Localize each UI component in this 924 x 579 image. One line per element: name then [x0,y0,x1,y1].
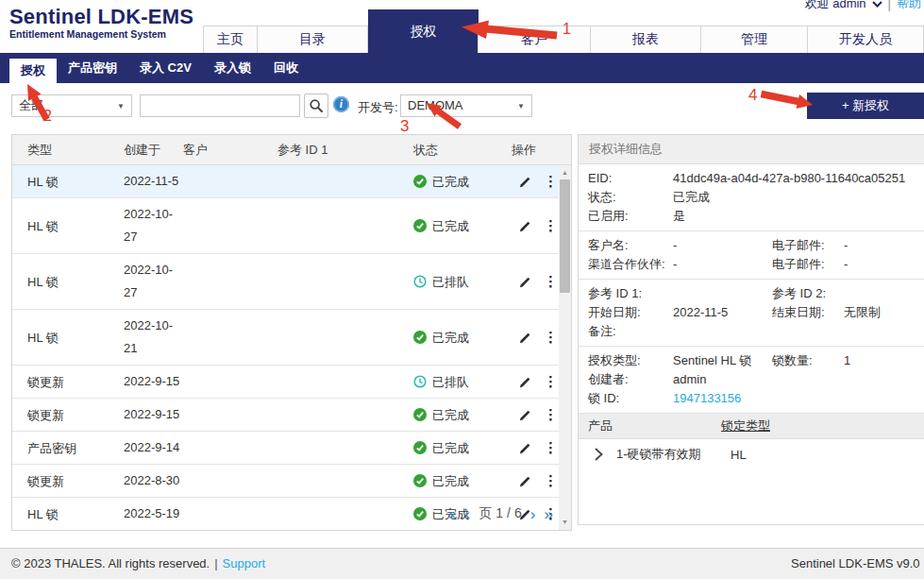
table-row[interactable]: 锁更新 2022-9-15 已排队 ⋮ [12,366,559,399]
lock-type-column-header[interactable]: 锁定类型 [721,414,770,438]
table-row[interactable]: HL 锁 2022-11-5 已完成 ⋮ [12,165,559,198]
row-menu-icon[interactable]: ⋮ [544,474,558,487]
category-filter-select[interactable]: 全部 ▼ [11,94,132,117]
tab-administration[interactable]: 管理 [700,26,808,53]
search-button[interactable] [304,94,328,118]
tab-developers[interactable]: 开发人员 [807,26,924,53]
column-header-ref-id[interactable]: 参考 ID 1 [277,135,398,165]
product-row[interactable]: 1-硬锁带有效期 HL [579,439,924,469]
subnav-item-entitlements[interactable]: 授权 [9,59,57,83]
entitlement-type-value: Sentinel HL 锁 [673,351,772,370]
scrollbar-thumb[interactable] [560,179,570,293]
table-row[interactable]: HL 锁 2022-10-27 已完成 ⋮ [12,198,559,254]
row-menu-icon[interactable]: ⋮ [544,219,558,232]
logo-title: Sentinel LDK-EMS [9,6,193,28]
subnav-item-product-keys[interactable]: 产品密钥 [57,53,128,83]
end-date-label: 结束日期: [772,303,844,322]
tab-reports[interactable]: 报表 [590,26,701,53]
products-table-header: 产品 锁定类型 [579,414,924,439]
expand-chevron-icon[interactable] [595,448,603,461]
row-menu-icon[interactable]: ⋮ [544,408,558,421]
edit-icon[interactable] [519,376,531,388]
edit-icon[interactable] [519,220,531,232]
tab-home[interactable]: 主页 [203,26,258,53]
info-icon[interactable]: i [333,96,349,112]
table-row[interactable]: HL 锁 2022-10-27 已排队 ⋮ [12,254,559,310]
tab-catalog[interactable]: 目录 [257,26,368,53]
customer-email-value: - [844,236,915,255]
details-section-license: 授权类型: Sentinel HL 锁 锁数量: 1 创建者: admin 锁 … [579,347,924,414]
edit-icon[interactable] [519,475,531,487]
subnav-item-checkin-key[interactable]: 录入锁 [203,53,262,83]
key-count-label: 锁数量: [772,351,844,370]
status-completed-icon [413,219,427,232]
tab-customers[interactable]: 客户 [478,26,591,53]
ref2-label: 参考 ID 2: [772,284,844,303]
version-text: Sentinel LDK-EMS v9.0 [791,549,920,578]
status-completed-icon [413,175,427,188]
remarks-label: 备注: [588,322,673,341]
row-menu-icon[interactable]: ⋮ [544,275,558,288]
table-row[interactable]: HL 锁 2022-10-21 已完成 ⋮ [12,310,559,366]
table-scrollbar[interactable]: ▲ ▼ [559,165,571,530]
prev-page-icon[interactable]: ‹ [465,506,471,522]
footer: © 2023 THALES. All rights reserved. | Su… [0,548,924,579]
row-menu-icon[interactable]: ⋮ [544,441,558,454]
subnav-item-withdraw[interactable]: 回收 [262,53,310,83]
table-row[interactable]: 锁更新 2022-8-30 已完成 ⋮ [12,465,559,498]
key-id-link[interactable]: 1947133156 [673,389,915,408]
status-label: 状态: [588,188,673,207]
column-header-type[interactable]: 类型 [12,135,110,165]
creator-label: 创建者: [588,370,673,389]
edit-icon[interactable] [519,276,531,288]
vendor-select[interactable]: DEMOMA ▼ [400,94,532,117]
entitlement-table: 类型 创建于 客户 参考 ID 1 状态 操作 HL 锁 2022-11-5 [11,134,572,531]
start-date-label: 开始日期: [588,303,673,322]
end-date-value: 无限制 [844,303,915,322]
column-header-created[interactable]: 创建于 [110,135,183,165]
tab-entitlements[interactable]: 授权 [368,9,479,53]
next-page-icon[interactable]: › [530,506,536,522]
status-completed-icon [413,474,427,487]
details-section-general: EID:41ddc49a-a04d-427a-b980-11640ca05251… [579,164,924,231]
column-header-status[interactable]: 状态 [398,135,512,165]
edit-icon[interactable] [519,332,531,344]
row-menu-icon[interactable]: ⋮ [544,331,558,344]
app-window: Sentinel LDK-EMS Entitlement Management … [0,0,924,579]
logo-subtitle: Entitlement Management System [9,28,193,40]
chevron-down-icon[interactable] [872,1,882,8]
total-pages: 6 [514,505,522,522]
entitlement-type-label: 授权类型: [588,351,673,370]
ref1-value [673,284,772,303]
key-count-value: 1 [844,351,915,370]
edit-icon[interactable] [519,409,531,421]
product-column-header: 产品 [579,414,721,438]
customer-email-label: 电子邮件: [772,236,844,255]
status-completed-icon [413,331,427,344]
subnav-item-checkin-c2v[interactable]: 录入 C2V [128,53,203,83]
row-menu-icon[interactable]: ⋮ [544,175,558,188]
last-page-icon[interactable]: » [544,506,552,522]
new-entitlement-button[interactable]: + 新授权 [807,93,924,119]
status-value: 已完成 [673,188,915,207]
top-header: Sentinel LDK-EMS Entitlement Management … [0,0,924,53]
pagination: « ‹ 页 1 / 6 › » [396,505,604,522]
edit-icon[interactable] [519,442,531,454]
status-completed-icon [413,441,427,454]
first-page-icon[interactable]: « [447,506,456,522]
entitlement-table-header: 类型 创建于 客户 参考 ID 1 状态 操作 [12,135,571,165]
search-input[interactable] [140,94,300,117]
table-row[interactable]: 锁更新 2022-9-15 已完成 ⋮ [12,399,559,432]
support-link[interactable]: Support [223,549,266,578]
key-id-label: 锁 ID: [588,389,673,408]
edit-icon[interactable] [519,176,531,188]
row-menu-icon[interactable]: ⋮ [544,375,558,388]
eid-value: 41ddc49a-a04d-427a-b980-11640ca05251 [673,169,915,188]
table-row[interactable]: 产品密钥 2022-9-14 已完成 ⋮ [12,432,559,465]
status-completed-icon [413,408,427,421]
column-header-customer[interactable]: 客户 [183,135,277,165]
column-header-actions: 操作 [512,135,571,165]
footer-divider: | [214,549,217,578]
filter-bar: 全部 ▼ i 开发号: DEMOMA ▼ + 新授权 [0,83,924,134]
scroll-up-icon[interactable]: ▲ [559,168,571,178]
